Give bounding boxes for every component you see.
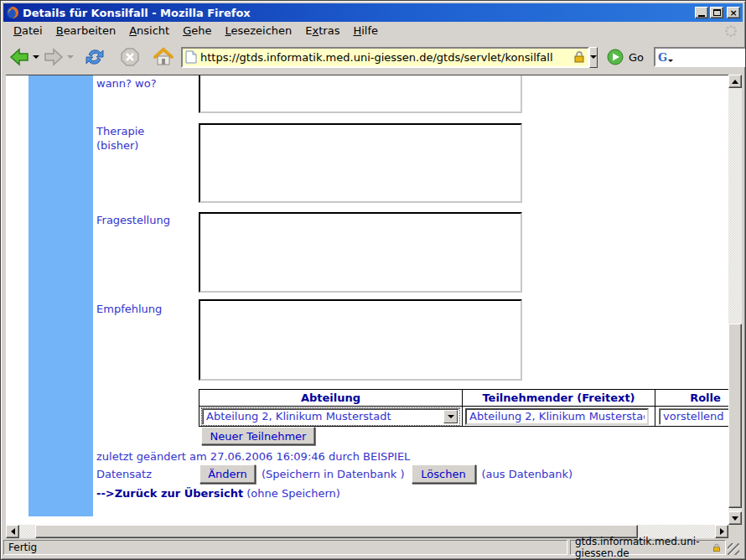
vertical-scrollbar[interactable] [728,75,742,525]
col-header-teilnehmender: Teilnehmender (Freitext) [463,390,655,407]
url-dropdown-button[interactable] [589,47,598,68]
menu-gehe[interactable]: Gehe [176,22,218,40]
col-header-rolle: Rolle [655,390,729,407]
datensatz-label: Datensatz [96,468,199,480]
resize-grip[interactable] [728,543,739,555]
arrow-up-icon [732,80,738,84]
menubar: Datei Bearbeiten Ansicht Gehe Lesezeiche… [3,22,743,40]
forward-icon [43,46,65,68]
arrow-left-icon [11,528,15,535]
go-button[interactable] [606,48,624,66]
therapie-textarea[interactable] [199,123,522,203]
back-button[interactable] [8,46,39,68]
aendern-button[interactable]: Ändern [199,464,256,484]
status-text: Fertig [8,542,37,553]
arrow-down-icon [732,516,738,521]
fragestellung-textarea[interactable] [199,212,522,293]
back-note: (ohne Speichern) [243,487,340,500]
browser-window: Details für Konsilfall - Mozilla Firefox… [0,0,746,560]
horizontal-scroll-thumb[interactable] [35,525,638,538]
forward-button[interactable] [43,46,74,68]
menu-bearbeiten[interactable]: Bearbeiten [49,22,122,40]
scroll-down-button[interactable] [728,511,742,525]
domain-text: gtds.informatik.med.uni-giessen.de [575,536,709,559]
menu-datei[interactable]: Datei [7,22,49,40]
loeschen-button[interactable]: Löschen [412,464,476,484]
search-input[interactable] [675,51,746,63]
page-sidebar [28,75,93,516]
close-icon: × [729,8,737,18]
col-header-abteilung: Abteilung [199,390,463,407]
home-button[interactable] [153,46,174,68]
scroll-left-button[interactable] [6,525,19,538]
vertical-scroll-thumb[interactable] [728,324,742,508]
menu-lesezeichen[interactable]: Lesezeichen [218,22,298,40]
throbber-icon [724,24,738,38]
scroll-up-button[interactable] [728,75,742,88]
arrow-right-icon [720,528,724,535]
vertical-scroll-track[interactable] [728,88,742,511]
back-dropdown-icon[interactable] [33,55,39,59]
page-content: wann? wo? Therapie (bisher) Fragestellun… [6,75,728,525]
rolle-select[interactable]: vorstellend [659,408,728,425]
url-input[interactable] [200,49,573,65]
neuer-teilnehmer-button[interactable]: Neuer Teilnehmer [201,427,315,445]
label-empfehlung: Empfehlung [96,302,184,316]
label-wann-wo: wann? wo? [96,76,184,91]
statusbar: Fertig gtds.informatik.med.uni-giessen.d… [3,538,743,557]
search-box: G [654,47,746,67]
titlebar[interactable]: Details für Konsilfall - Mozilla Firefox… [3,3,743,22]
menu-hilfe[interactable]: Hilfe [346,22,385,40]
speichern-note: (Speichern in Datenbank ) [262,468,405,480]
forward-dropdown-icon[interactable] [67,55,74,59]
zurueck-link[interactable]: -->Zurück zur Übersicht [96,487,243,500]
minimize-icon [698,15,705,17]
browser-viewport: wann? wo? Therapie (bisher) Fragestellun… [6,75,742,538]
stop-icon [119,46,141,68]
abteilung-select[interactable]: Abteilung 2, Klinikum Musterstadt [202,408,459,425]
back-icon [8,46,30,68]
minimize-button[interactable] [695,7,708,18]
close-button[interactable]: × [727,7,740,18]
aus-datenbank-note: (aus Datenbank) [482,468,573,480]
dropdown-arrow-icon [590,55,597,59]
google-g-icon[interactable]: G [658,52,667,63]
back-row: -->Zurück zur Übersicht (ohne Speichern) [96,487,340,500]
go-label[interactable]: Go [629,51,644,64]
empfehlung-textarea[interactable] [199,299,522,381]
teilnehmer-input[interactable] [465,408,649,425]
lock-icon [573,51,585,63]
url-bar [181,47,589,68]
maximize-icon [713,9,721,16]
menu-ansicht[interactable]: Ansicht [122,22,176,40]
maximize-button[interactable] [710,7,723,18]
firefox-logo-icon [6,6,19,19]
search-engine-dropdown-icon[interactable] [668,60,673,62]
label-fragestellung: Fragestellung [96,213,184,227]
label-therapie: Therapie (bisher) [96,124,163,153]
last-changed-text: zuletzt geändert am 27.06.2006 16:09:46 … [96,450,410,463]
security-domain-panel[interactable]: gtds.informatik.med.uni-giessen.de [570,540,726,555]
page-icon [185,50,197,64]
scrollbar-corner [728,525,742,538]
scroll-right-button[interactable] [715,525,728,538]
menu-extras[interactable]: Extras [298,22,346,40]
teilnehmer-table: Abteilung Teilnehmender (Freitext) Rolle… [199,389,728,427]
reload-button[interactable] [84,46,106,68]
window-title: Details für Konsilfall - Mozilla Firefox [23,7,695,19]
wann-wo-textarea[interactable] [199,75,522,113]
dropdown-arrow-icon[interactable] [443,410,458,423]
navigation-toolbar: Go G [3,40,743,74]
lock-icon [712,542,721,553]
reload-icon [84,46,106,68]
status-message-panel: Fertig [3,540,567,555]
stop-button[interactable] [119,46,141,68]
table-row: Abteilung 2, Klinikum Musterstadt vorste… [199,407,729,427]
datensatz-row: Datensatz Ändern (Speichern in Datenbank… [96,464,572,484]
home-icon [153,46,174,68]
